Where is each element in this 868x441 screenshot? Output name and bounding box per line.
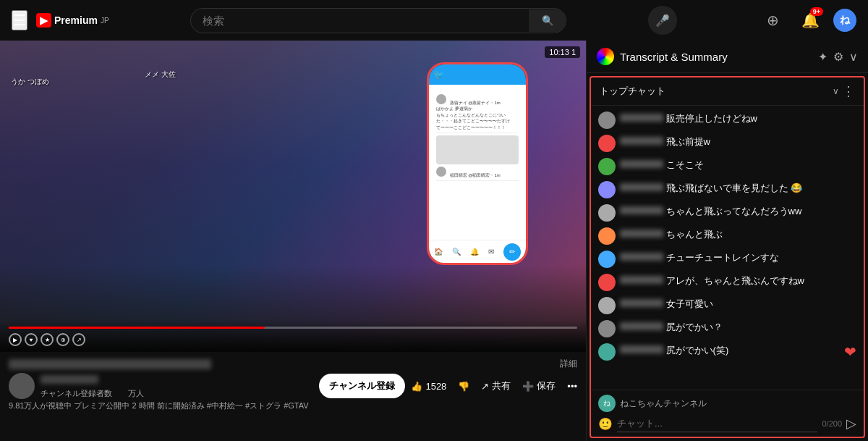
header-right: ⊕ 🔔 9+ ね bbox=[758, 6, 856, 35]
logo: ▶ PremiumJP bbox=[36, 13, 109, 28]
message-avatar bbox=[598, 135, 616, 152]
save-icon: ➕ bbox=[522, 381, 534, 392]
message-avatar bbox=[598, 251, 616, 268]
ai-button[interactable]: ✦ bbox=[818, 50, 827, 64]
message-text: 尻がでかい？ bbox=[663, 322, 723, 332]
detail-link[interactable]: 詳細 bbox=[560, 358, 577, 370]
emoji-button[interactable]: 🙂 bbox=[598, 417, 613, 431]
share-icon: ↗ bbox=[481, 381, 489, 392]
video-meta: 9.81万人が視聴中 プレミア公開中 2 時間 前に開始済み #中村絵一 #スト… bbox=[9, 400, 577, 411]
transcript-colorwheel-icon bbox=[597, 48, 614, 65]
header: ☰ ▶ PremiumJP 🔍 🎤 ⊕ 🔔 9+ ね bbox=[0, 0, 868, 41]
channel-subs: チャンネル登録者数 万人 bbox=[41, 388, 313, 399]
message-avatar bbox=[598, 204, 616, 222]
message-username-blurred bbox=[620, 322, 663, 330]
phone-tweet-1: 蒸留ナイ @蒸留ナイ・1m ばかかよ 夢遊病かもちょっとこんなどんなとこについた… bbox=[436, 92, 519, 133]
share-label: 共有 bbox=[492, 379, 511, 392]
save-label: 保存 bbox=[537, 379, 556, 392]
action-bar: 👍 1528 👎 ↗ 共有 ➕ 保存 ••• bbox=[411, 379, 577, 392]
control-buttons: ▶ ♥ ★ ⊕ ↗ bbox=[9, 333, 577, 346]
chat-more-button[interactable]: ⋮ bbox=[842, 83, 855, 99]
message-username-blurred bbox=[620, 299, 663, 307]
message-avatar bbox=[598, 112, 616, 129]
chevron-down-button[interactable]: ∨ bbox=[849, 50, 858, 64]
chat-message: 飛ぶ飛ばないで車を見だした 😂 bbox=[591, 178, 864, 201]
logo-premium-text: Premium bbox=[54, 14, 98, 26]
video-background: うか つぼめ メメ 大佐 10:13 1 🐦 蒸留ナイ @蒸留ナイ・1m ばかか… bbox=[0, 41, 586, 352]
video-info: 詳細 チャンネル登録者数 万人 チャンネル登録 👍 1528 👎 ↗ bbox=[0, 352, 586, 417]
save-button[interactable]: ➕ 保存 bbox=[522, 379, 556, 392]
message-username-blurred bbox=[620, 345, 663, 353]
message-username-blurred bbox=[620, 183, 663, 191]
phone-compose-btn[interactable]: ✏ bbox=[503, 243, 521, 261]
tweet-avatar-1 bbox=[436, 94, 446, 104]
chat-user-name: ねこちゃんチャンネル bbox=[620, 398, 707, 410]
message-avatar bbox=[598, 320, 616, 337]
chat-message: ちゃんと飛ぶってなんだろうww bbox=[591, 201, 864, 224]
message-text: 飛ぶ飛ばないで車を見だした 😂 bbox=[663, 182, 802, 193]
chat-message: 尻がでかい？ bbox=[591, 317, 864, 340]
message-text: ちゃんと飛ぶってなんだろうww bbox=[663, 206, 801, 217]
create-button[interactable]: ⊕ bbox=[758, 6, 787, 35]
dislike-button[interactable]: 👎 bbox=[458, 381, 469, 392]
logo-youtube: ▶ bbox=[36, 13, 51, 28]
chat-message: チューチュートレインすな bbox=[591, 248, 864, 271]
video-player[interactable]: うか つぼめ メメ 大佐 10:13 1 🐦 蒸留ナイ @蒸留ナイ・1m ばかか… bbox=[0, 41, 586, 352]
main-layout: うか つぼめ メメ 大佐 10:13 1 🐦 蒸留ナイ @蒸留ナイ・1m ばかか… bbox=[0, 41, 868, 441]
tweet-avatar-2 bbox=[436, 167, 446, 177]
message-text: アレが、ちゃんと飛ぶんですねw bbox=[663, 275, 804, 286]
subscribe-button[interactable]: チャンネル登録 bbox=[319, 374, 405, 398]
channel-name-blurred bbox=[41, 375, 98, 384]
share-circle[interactable]: ↗ bbox=[72, 333, 85, 346]
chat-input[interactable] bbox=[617, 415, 817, 432]
transcript-title: Transcript & Summary bbox=[620, 51, 812, 63]
phone-nav: 🏠 🔍 🔔 ✉ ✏ bbox=[429, 240, 526, 263]
message-avatar bbox=[598, 181, 616, 198]
message-username-blurred bbox=[620, 253, 663, 261]
chat-user-avatar: ね bbox=[598, 395, 616, 412]
phone-screen: 蒸留ナイ @蒸留ナイ・1m ばかかよ 夢遊病かもちょっとこんなどんなとこについた… bbox=[429, 85, 526, 240]
more-button[interactable]: ••• bbox=[567, 381, 577, 392]
channel-info: チャンネル登録者数 万人 bbox=[41, 374, 313, 399]
message-avatar bbox=[598, 343, 616, 361]
timer-badge: 10:13 1 bbox=[545, 46, 580, 58]
message-avatar bbox=[598, 227, 616, 245]
message-avatar bbox=[598, 274, 616, 291]
like-button[interactable]: 👍 1528 bbox=[411, 381, 446, 392]
chat-message: アレが、ちゃんと飛ぶんですねw bbox=[591, 271, 864, 294]
share-button[interactable]: ↗ 共有 bbox=[481, 379, 511, 392]
chat-title: トップチャット bbox=[600, 85, 830, 98]
tweet-image bbox=[436, 135, 519, 164]
search-button[interactable]: 🔍 bbox=[529, 9, 566, 32]
chat-message: 尻がでかい(笑)❤ bbox=[591, 340, 864, 364]
star-circle[interactable]: ★ bbox=[41, 333, 54, 346]
character-label-1: うか つぼめ bbox=[11, 77, 49, 87]
heart-circle[interactable]: ♥ bbox=[25, 333, 38, 346]
search-input[interactable] bbox=[191, 9, 529, 33]
avatar[interactable]: ね bbox=[833, 9, 856, 32]
chat-container: トップチャット ∨ ⋮ 販売停止したけどねw 飛ぶ前提w こそこそ 飛ぶ飛ばない… bbox=[590, 76, 865, 438]
message-username-blurred bbox=[620, 206, 663, 214]
send-button[interactable]: ▷ bbox=[846, 416, 856, 432]
transcript-header: Transcript & Summary ✦ ⚙ ∨ bbox=[587, 41, 868, 73]
progress-fill bbox=[9, 327, 265, 329]
message-text: ちゃんと飛ぶ bbox=[663, 229, 723, 240]
mic-button[interactable]: 🎤 bbox=[648, 6, 677, 35]
chat-header: トップチャット ∨ ⋮ bbox=[591, 77, 864, 106]
chat-message: 女子可愛い bbox=[591, 294, 864, 317]
message-username-blurred bbox=[620, 276, 663, 284]
gear-button[interactable]: ⚙ bbox=[833, 50, 843, 64]
transcript-actions: ✦ ⚙ ∨ bbox=[818, 50, 858, 64]
menu-icon[interactable]: ☰ bbox=[12, 10, 27, 30]
play-circle[interactable]: ▶ bbox=[9, 333, 22, 346]
phone-tweet-2: 稲田晴宏 @稲田晴宏・1m bbox=[436, 164, 519, 181]
phone-top-bar: 🐦 bbox=[429, 64, 526, 85]
message-text: 販売停止したけどねw bbox=[663, 113, 757, 124]
progress-bar[interactable] bbox=[9, 327, 577, 329]
channel-avatar bbox=[9, 373, 35, 399]
chat-footer: ね ねこちゃんチャンネル 🙂 0/200 ▷ bbox=[591, 390, 864, 437]
header-left: ☰ ▶ PremiumJP bbox=[12, 10, 109, 30]
skip-circle[interactable]: ⊕ bbox=[56, 333, 69, 346]
chat-messages: 販売停止したけどねw 飛ぶ前提w こそこそ 飛ぶ飛ばないで車を見だした 😂 ちゃ… bbox=[591, 106, 864, 390]
phone-search-icon: 🔍 bbox=[452, 248, 461, 256]
